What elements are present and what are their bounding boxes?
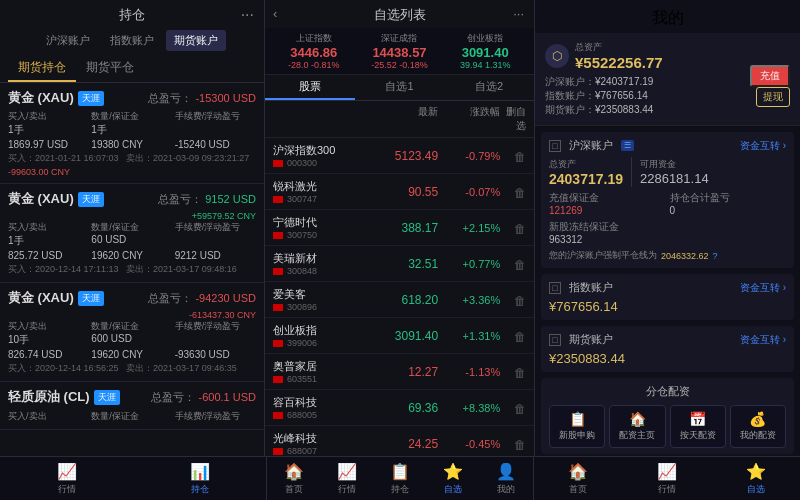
husheng-grid: 充值保证金 121269 持仓合计盈亏 0 新股冻结保证金 963312	[549, 191, 786, 245]
total-assets-label: 总资产	[575, 41, 663, 54]
tab-qihuo[interactable]: 期货账户	[166, 30, 226, 51]
list-item[interactable]: 宁德时代 300750 388.17 +2.15% 🗑	[265, 210, 534, 246]
index-shzs[interactable]: 上证指数 3446.86 -28.0 -0.81%	[271, 32, 357, 70]
panel-right: 我的 ⬡ 总资产 ¥5522256.77 沪深账户：¥2403717.19 指数…	[535, 0, 800, 456]
list-item[interactable]: 沪深指数300 000300 5123.49 -0.79% 🗑	[265, 138, 534, 174]
nav-panel-mid: 🏠 首页 📈 行情 📋 持仓 ⭐ 自选 👤 我的	[267, 457, 534, 500]
main-layout: 持仓 ··· 沪深账户 指数账户 期货账户 期货持仓 期货平仓 黄金 (XAU)…	[0, 0, 800, 456]
nav-zixuan-r[interactable]: ⭐ 自选	[711, 457, 800, 500]
delete-icon[interactable]: 🗑	[514, 150, 526, 164]
right-panel-header: 我的	[535, 0, 800, 33]
tab-zhishu[interactable]: 指数账户	[102, 30, 162, 51]
pnl-value-1: -15300 USD	[195, 92, 256, 104]
asset-icon: ⬡	[545, 44, 569, 68]
nav-panel-left: 📈 行情 📊 持仓	[0, 457, 267, 500]
delete-icon[interactable]: 🗑	[514, 402, 526, 416]
delete-icon[interactable]: 🗑	[514, 294, 526, 308]
mid-back-icon[interactable]: ‹	[273, 6, 277, 21]
husheng-pnl: 0	[670, 205, 787, 216]
nav-wode-m[interactable]: 👤 我的	[480, 457, 533, 500]
hangqing-icon-m: 📈	[337, 462, 357, 481]
qihuo-total: ¥2350883.44	[549, 351, 786, 366]
wode-icon: 💰	[733, 411, 783, 427]
list-item[interactable]: 光峰科技 688007 24.25 -0.45% 🗑	[265, 426, 534, 456]
nav-shouye-r[interactable]: 🏠 首页	[534, 457, 623, 500]
pos-dates-3: 买入：2020-12-14 16:56:25 卖出：2021-03-17 09:…	[8, 362, 256, 375]
wl-tab-zixuan1[interactable]: 自选1	[355, 75, 445, 100]
list-item[interactable]: 美瑞新材 300848 32.51 +0.77% 🗑	[265, 246, 534, 282]
list-item[interactable]: 容百科技 688005 69.36 +8.38% 🗑	[265, 390, 534, 426]
husheng-xgbzj: 963312	[549, 234, 666, 245]
zhishu-total: ¥767656.14	[549, 299, 786, 314]
list-item[interactable]: 创业板指 399006 3091.40 +1.31% 🗑	[265, 318, 534, 354]
qihuo-section: □ 期货账户 资金互转 › ¥2350883.44	[541, 326, 794, 372]
position-item: 黄金 (XAU) 天涯 总盈亏： -94230 USD -613437.30 C…	[0, 283, 264, 382]
alloc-andian[interactable]: 📅 按天配资	[670, 405, 726, 448]
position-item: 黄金 (XAU) 天涯 总盈亏： -15300 USD 买入/卖出 1手 数量/…	[0, 83, 264, 184]
pos-badge-3: 天涯	[78, 291, 104, 306]
wl-tab-zixuan2[interactable]: 自选2	[444, 75, 534, 100]
expand-icon-zs[interactable]: □	[549, 282, 561, 294]
watchlist-tabs: 股票 自选1 自选2	[265, 75, 534, 101]
shouye-icon-m: 🏠	[284, 462, 304, 481]
pos-badge-1: 天涯	[78, 91, 104, 106]
delete-icon[interactable]: 🗑	[514, 438, 526, 452]
alloc-peizi[interactable]: 🏠 配资主页	[609, 405, 665, 448]
pos-dates-2: 买入：2020-12-14 17:11:13 卖出：2021-03-17 09:…	[8, 263, 256, 276]
subtab-pingjin[interactable]: 期货平仓	[76, 55, 144, 82]
alloc-wode[interactable]: 💰 我的配资	[730, 405, 786, 448]
qiangping-help[interactable]: ?	[713, 251, 718, 261]
nav-hangqing-m[interactable]: 📈 行情	[320, 457, 373, 500]
subtab-chijin[interactable]: 期货持仓	[8, 55, 76, 82]
delete-icon[interactable]: 🗑	[514, 258, 526, 272]
tab-husheng[interactable]: 沪深账户	[38, 30, 98, 51]
husheng-transfer[interactable]: 资金互转 ›	[740, 139, 786, 153]
allocation-section: 分仓配资 📋 新股申购 🏠 配资主页 📅 按天配资 �	[541, 378, 794, 454]
chijin-icon-l: 📊	[190, 462, 210, 481]
left-panel-header: 持仓 ···	[0, 0, 264, 24]
index-row: 上证指数 3446.86 -28.0 -0.81% 深证成指 14438.57 …	[265, 28, 534, 75]
zhishu-transfer[interactable]: 资金互转 ›	[740, 281, 786, 295]
delete-icon[interactable]: 🗑	[514, 222, 526, 236]
pos-name-3: 黄金 (XAU)	[8, 289, 74, 307]
delete-icon[interactable]: 🗑	[514, 366, 526, 380]
shouye-icon-r: 🏠	[568, 462, 588, 481]
watchlist-header: 最新 涨跌幅 删自选	[265, 101, 534, 138]
qihuo-transfer[interactable]: 资金互转 ›	[740, 333, 786, 347]
alloc-buttons: 📋 新股申购 🏠 配资主页 📅 按天配资 💰 我的配资	[549, 405, 786, 448]
index-szcz[interactable]: 深证成指 14438.57 -25.52 -0.18%	[357, 32, 443, 70]
zhishu-section: □ 指数账户 资金互转 › ¥767656.14	[541, 274, 794, 320]
expand-icon[interactable]: □	[549, 140, 561, 152]
nav-panel-right: 🏠 首页 📈 行情 ⭐ 自选	[534, 457, 800, 500]
delete-icon[interactable]: 🗑	[514, 186, 526, 200]
wl-tab-stock[interactable]: 股票	[265, 75, 355, 100]
nav-zixuan-m[interactable]: ⭐ 自选	[427, 457, 480, 500]
nav-chijin-l[interactable]: 📊 持仓	[133, 457, 266, 500]
husheng-total: 2403717.19	[549, 171, 623, 187]
pos-badge-2: 天涯	[78, 192, 104, 207]
alloc-xinshen[interactable]: 📋 新股申购	[549, 405, 605, 448]
nav-hangqing-l[interactable]: 📈 行情	[0, 457, 133, 500]
list-item[interactable]: 锐科激光 300747 90.55 -0.07% 🗑	[265, 174, 534, 210]
andian-icon: 📅	[673, 411, 723, 427]
chongzhi-button[interactable]: 充值	[750, 65, 790, 87]
husheng-bzj: 121269	[549, 205, 666, 216]
mid-title: 自选列表	[374, 7, 426, 22]
wode-icon-m: 👤	[496, 462, 516, 481]
position-item: 轻质原油 (CL) 天涯 总盈亏： -600.1 USD 买入/卖出 数量/保证…	[0, 382, 264, 430]
nav-hangqing-r[interactable]: 📈 行情	[623, 457, 712, 500]
expand-icon-qh[interactable]: □	[549, 334, 561, 346]
right-assets: ⬡ 总资产 ¥5522256.77 沪深账户：¥2403717.19 指数账户：…	[535, 33, 800, 126]
hangqing-icon-r: 📈	[657, 462, 677, 481]
delete-icon[interactable]: 🗑	[514, 330, 526, 344]
pos-name-1: 黄金 (XAU)	[8, 89, 74, 107]
tixian-button[interactable]: 提现	[756, 87, 790, 107]
nav-shouye-m[interactable]: 🏠 首页	[267, 457, 320, 500]
mid-panel-header: ‹ 自选列表 ···	[265, 0, 534, 28]
nav-chijin-m[interactable]: 📋 持仓	[373, 457, 426, 500]
list-item[interactable]: 奥普家居 603551 12.27 -1.13% 🗑	[265, 354, 534, 390]
index-cybz[interactable]: 创业板指 3091.40 39.94 1.31%	[442, 32, 528, 70]
mid-more-icon[interactable]: ···	[513, 6, 524, 21]
list-item[interactable]: 爱美客 300896 618.20 +3.36% 🗑	[265, 282, 534, 318]
left-more-icon[interactable]: ···	[241, 6, 254, 24]
